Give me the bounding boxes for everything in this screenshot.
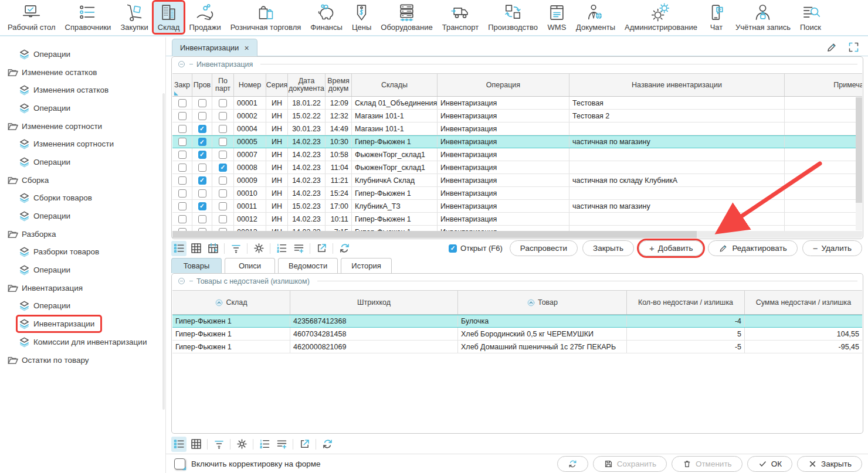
closed-checkbox[interactable] <box>178 215 187 223</box>
column-header[interactable]: Товар <box>458 291 627 314</box>
by-part-checkbox[interactable] <box>219 189 227 198</box>
proved-checkbox[interactable] <box>198 215 206 223</box>
sidebar-item[interactable]: Операции <box>0 153 165 171</box>
sidebar-scrollbar[interactable] <box>162 93 165 410</box>
by-part-checkbox[interactable] <box>219 151 227 159</box>
column-header[interactable]: Склад <box>172 291 290 314</box>
column-header[interactable]: Серия <box>266 74 288 96</box>
table-view-button[interactable] <box>188 437 204 452</box>
toolbar-item-wms[interactable]: WMS <box>543 2 571 33</box>
open-f6-checkbox[interactable] <box>449 244 457 253</box>
proved-checkbox[interactable] <box>198 125 206 133</box>
column-header[interactable]: Название инвентаризации <box>569 74 785 96</box>
table-row[interactable]: Гипер-Фьюжен 14620000821069Хлеб Домашний… <box>172 341 862 353</box>
sidebar-item[interactable]: Инвентаризации <box>0 315 165 333</box>
column-header[interactable]: Сумма недостачи / излишка <box>745 291 862 314</box>
table-row[interactable]: 00002ИН15.02.2212:32Магазин 101-1Инвента… <box>172 110 862 122</box>
scrollbar-thumb[interactable] <box>172 231 697 238</box>
toolbar-item-desktop[interactable]: Рабочий стол <box>4 2 60 33</box>
refresh-button[interactable] <box>337 241 352 256</box>
tab-close-icon[interactable]: × <box>244 43 249 53</box>
column-header[interactable]: Примечание <box>785 74 862 96</box>
by-part-checkbox[interactable] <box>219 176 227 185</box>
table-row[interactable]: 00011ИН15.02.2317:00КлубникА_ТЗИнвентари… <box>172 200 862 213</box>
close-document-button[interactable]: Закрыть <box>582 240 634 256</box>
toolbar-item-warehouse[interactable]: Склад <box>154 2 184 33</box>
sidebar-item[interactable]: Изменения сортности <box>0 135 165 153</box>
toolbar-item-catalog[interactable]: Справочники <box>61 2 116 33</box>
closed-checkbox[interactable] <box>178 176 187 185</box>
table-row[interactable]: 00013ИН14.02.237:15Гипер-Фьюжен 1Инвента… <box>172 226 862 231</box>
settings-gear-button[interactable] <box>251 241 266 256</box>
column-header[interactable]: Штрихкод <box>290 291 458 314</box>
by-part-checkbox[interactable] <box>219 112 227 120</box>
column-header[interactable]: Склады <box>352 74 438 96</box>
table-row[interactable]: 00001ИН18.01.2212:09Склад 01_Объединения… <box>172 97 862 110</box>
toolbar-item-account[interactable]: Учётная запись <box>731 2 795 33</box>
toolbar-item-finance[interactable]: Финансы <box>306 2 347 33</box>
toolbar-item-prices[interactable]: Цены <box>348 2 375 33</box>
numbered-list-button[interactable] <box>257 437 272 452</box>
open-external-button[interactable] <box>297 437 312 452</box>
sidebar-item[interactable]: Сборка <box>0 171 165 189</box>
sidebar-item[interactable]: Операции <box>0 99 165 117</box>
add-list-button[interactable] <box>291 241 306 256</box>
toolbar-item-retail[interactable]: Розничная торговля <box>226 2 306 33</box>
ok-button[interactable]: ОК <box>747 456 792 472</box>
by-part-checkbox[interactable] <box>219 215 227 223</box>
cancel-button[interactable]: Отменить <box>672 456 742 472</box>
column-header[interactable]: Операция <box>438 74 569 96</box>
column-header[interactable]: Кол-во недостачи / излишка <box>627 291 745 314</box>
by-part-checkbox[interactable] <box>219 138 227 146</box>
closed-checkbox[interactable] <box>178 151 187 159</box>
edit-button[interactable]: Редактировать <box>708 240 797 256</box>
toolbar-item-production[interactable]: Производство <box>484 2 542 33</box>
filter-button[interactable] <box>228 241 243 256</box>
add-button[interactable]: +Добавить <box>639 240 703 256</box>
closed-checkbox[interactable] <box>178 189 187 198</box>
column-header[interactable]: Пров <box>192 74 212 96</box>
edit-pencil-icon[interactable] <box>826 41 838 53</box>
tab-history[interactable]: История <box>341 258 391 273</box>
collapse-minus-icon[interactable] <box>177 277 186 285</box>
sidebar-item[interactable]: Разборка <box>0 225 165 243</box>
by-part-checkbox[interactable] <box>219 125 227 133</box>
table-row[interactable]: 00007ИН14.02.2310:58ФьюженТорг_склад1Инв… <box>172 148 862 161</box>
collapse-minus-icon[interactable] <box>177 60 186 69</box>
table-view-button[interactable] <box>188 241 204 256</box>
toolbar-item-purchases[interactable]: Закупки <box>116 2 152 33</box>
table-row[interactable]: 00008ИН14.02.2311:04ФьюженТорг_склад1Инв… <box>172 161 862 174</box>
proved-checkbox[interactable] <box>198 176 206 185</box>
column-header[interactable]: Время докум <box>326 74 352 96</box>
column-header[interactable]: По парт <box>212 74 234 96</box>
closed-checkbox[interactable] <box>178 138 187 146</box>
tab-goods[interactable]: Товары <box>171 258 222 273</box>
sidebar-item[interactable]: Разборки товаров <box>0 243 165 261</box>
table-row[interactable]: Гипер-Фьюжен 14235687412368Булочка-4 <box>172 315 862 328</box>
sidebar-item[interactable]: Остатки по товару <box>0 351 165 369</box>
sidebar-item[interactable]: Инвентаризация <box>0 279 165 297</box>
numbered-list-button[interactable] <box>274 241 289 256</box>
sidebar-item[interactable]: Операции <box>0 45 165 63</box>
proved-checkbox[interactable] <box>198 202 206 210</box>
proved-checkbox[interactable] <box>198 99 206 107</box>
table-row[interactable]: 00012ИН14.02.2310:11Гипер-Фьюжен 1Инвент… <box>172 213 862 226</box>
scrollbar-thumb[interactable] <box>856 97 862 203</box>
column-header[interactable]: Дата документа <box>288 74 326 96</box>
table-row[interactable]: 00004ИН30.01.2314:49Магазин 101-1Инвента… <box>172 122 862 135</box>
delete-button[interactable]: −Удалить <box>802 240 862 256</box>
sidebar-item[interactable]: Изменения остатков <box>0 81 165 99</box>
closed-checkbox[interactable] <box>178 164 187 172</box>
horizontal-scrollbar[interactable] <box>172 231 862 238</box>
proved-checkbox[interactable] <box>198 112 206 120</box>
closed-checkbox[interactable] <box>178 112 187 120</box>
list-view-button[interactable] <box>171 437 187 452</box>
toolbar-item-documents[interactable]: Документы <box>572 2 619 33</box>
toolbar-item-equipment[interactable]: Оборудование <box>377 2 436 33</box>
proved-checkbox[interactable] <box>198 138 206 146</box>
toolbar-item-administration[interactable]: Администрирование <box>621 2 701 33</box>
table-row[interactable]: Гипер-Фьюжен 14607034281458Хлеб Бородинс… <box>172 328 862 341</box>
close-button[interactable]: Закрыть <box>797 456 862 472</box>
closed-checkbox[interactable] <box>178 125 187 133</box>
closed-checkbox[interactable] <box>178 99 187 107</box>
